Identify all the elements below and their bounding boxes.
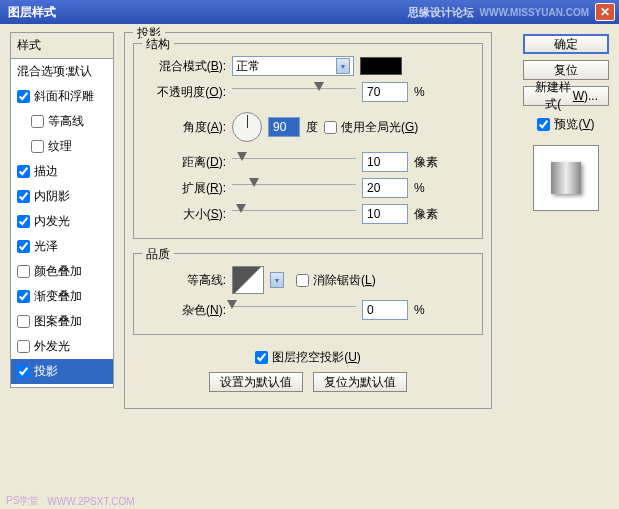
style-item-label: 混合选项:默认 — [17, 63, 92, 80]
preview-row[interactable]: 预览(V) — [523, 116, 609, 133]
global-light-checkbox[interactable] — [324, 121, 337, 134]
style-item-9[interactable]: 渐变叠加 — [11, 284, 113, 309]
style-checkbox[interactable] — [17, 165, 30, 178]
style-checkbox[interactable] — [17, 315, 30, 328]
style-checkbox[interactable] — [31, 115, 44, 128]
footer-watermark: PS学堂 WWW.2PSXT.COM — [0, 493, 619, 509]
angle-unit: 度 — [306, 119, 318, 136]
size-slider[interactable] — [232, 210, 356, 224]
style-item-12[interactable]: 投影 — [11, 359, 113, 384]
knockout-label: 图层挖空投影(U) — [272, 349, 361, 366]
footer-wm2: WWW.2PSXT.COM — [47, 496, 134, 507]
global-light-row[interactable]: 使用全局光(G) — [324, 119, 418, 136]
right-panel: 确定 复位 新建样式(W)... 预览(V) — [523, 34, 609, 211]
style-checkbox[interactable] — [17, 340, 30, 353]
knockout-checkbox[interactable] — [255, 351, 268, 364]
spread-unit: % — [414, 181, 425, 195]
style-item-11[interactable]: 外发光 — [11, 334, 113, 359]
size-label: 大小(S): — [142, 206, 226, 223]
style-item-0[interactable]: 混合选项:默认 — [11, 59, 113, 84]
cancel-button[interactable]: 复位 — [523, 60, 609, 80]
styles-panel: 样式 混合选项:默认斜面和浮雕等高线纹理描边内阴影内发光光泽颜色叠加渐变叠加图案… — [10, 32, 114, 388]
shadow-color-swatch[interactable] — [360, 57, 402, 75]
angle-dial[interactable] — [232, 112, 262, 142]
spread-input[interactable] — [362, 178, 408, 198]
style-checkbox[interactable] — [17, 290, 30, 303]
preview-thumbnail — [533, 145, 599, 211]
style-item-5[interactable]: 内阴影 — [11, 184, 113, 209]
structure-fieldset: 结构 混合模式(B): 正常 ▾ 不透明度(O): % 角度(A) — [133, 43, 483, 239]
title-bar: 图层样式 思缘设计论坛 WWW.MISSYUAN.COM ✕ — [0, 0, 619, 24]
noise-input[interactable] — [362, 300, 408, 320]
style-item-label: 图案叠加 — [34, 313, 82, 330]
style-item-label: 纹理 — [48, 138, 72, 155]
angle-label: 角度(A): — [142, 119, 226, 136]
close-icon: ✕ — [600, 5, 610, 19]
style-item-7[interactable]: 光泽 — [11, 234, 113, 259]
global-light-label: 使用全局光(G) — [341, 119, 418, 136]
opacity-input[interactable] — [362, 82, 408, 102]
preview-image — [551, 162, 581, 194]
distance-slider[interactable] — [232, 158, 356, 172]
close-button[interactable]: ✕ — [595, 3, 615, 21]
style-checkbox[interactable] — [17, 215, 30, 228]
style-item-label: 内发光 — [34, 213, 70, 230]
ok-button[interactable]: 确定 — [523, 34, 609, 54]
spread-label: 扩展(R): — [142, 180, 226, 197]
size-unit: 像素 — [414, 206, 438, 223]
style-checkbox[interactable] — [31, 140, 44, 153]
style-item-1[interactable]: 斜面和浮雕 — [11, 84, 113, 109]
restore-default-button[interactable]: 复位为默认值 — [313, 372, 407, 392]
style-item-4[interactable]: 描边 — [11, 159, 113, 184]
style-item-label: 渐变叠加 — [34, 288, 82, 305]
style-item-label: 光泽 — [34, 238, 58, 255]
set-default-button[interactable]: 设置为默认值 — [209, 372, 303, 392]
new-style-button[interactable]: 新建样式(W)... — [523, 86, 609, 106]
spread-slider[interactable] — [232, 184, 356, 198]
chevron-down-icon[interactable]: ▾ — [270, 272, 284, 288]
noise-label: 杂色(N): — [142, 302, 226, 319]
distance-input[interactable] — [362, 152, 408, 172]
window-title: 图层样式 — [4, 4, 408, 21]
style-item-label: 内阴影 — [34, 188, 70, 205]
style-item-label: 描边 — [34, 163, 58, 180]
blend-mode-value: 正常 — [236, 58, 260, 75]
drop-shadow-fieldset: 投影 结构 混合模式(B): 正常 ▾ 不透明度(O): % — [124, 32, 492, 409]
style-checkbox[interactable] — [17, 365, 30, 378]
style-item-label: 斜面和浮雕 — [34, 88, 94, 105]
opacity-label: 不透明度(O): — [142, 84, 226, 101]
knockout-row[interactable]: 图层挖空投影(U) — [255, 349, 361, 366]
style-item-2[interactable]: 等高线 — [11, 109, 113, 134]
antialias-row[interactable]: 消除锯齿(L) — [296, 272, 376, 289]
angle-input[interactable] — [268, 117, 300, 137]
style-item-6[interactable]: 内发光 — [11, 209, 113, 234]
contour-label: 等高线: — [142, 272, 226, 289]
style-checkbox[interactable] — [17, 240, 30, 253]
preview-checkbox[interactable] — [537, 118, 550, 131]
blend-mode-label: 混合模式(B): — [142, 58, 226, 75]
style-item-10[interactable]: 图案叠加 — [11, 309, 113, 334]
noise-slider[interactable] — [232, 306, 356, 320]
style-item-label: 外发光 — [34, 338, 70, 355]
antialias-label: 消除锯齿(L) — [313, 272, 376, 289]
footer-wm1: PS学堂 — [6, 494, 39, 508]
antialias-checkbox[interactable] — [296, 274, 309, 287]
contour-picker[interactable] — [232, 266, 264, 294]
style-item-label: 投影 — [34, 363, 58, 380]
style-item-8[interactable]: 颜色叠加 — [11, 259, 113, 284]
opacity-slider[interactable] — [232, 88, 356, 102]
style-checkbox[interactable] — [17, 265, 30, 278]
style-item-3[interactable]: 纹理 — [11, 134, 113, 159]
style-checkbox[interactable] — [17, 190, 30, 203]
watermark-text: 思缘设计论坛 — [408, 5, 474, 20]
chevron-down-icon: ▾ — [336, 58, 350, 74]
distance-unit: 像素 — [414, 154, 438, 171]
style-item-label: 等高线 — [48, 113, 84, 130]
style-checkbox[interactable] — [17, 90, 30, 103]
size-input[interactable] — [362, 204, 408, 224]
styles-list: 混合选项:默认斜面和浮雕等高线纹理描边内阴影内发光光泽颜色叠加渐变叠加图案叠加外… — [10, 58, 114, 388]
blend-mode-combo[interactable]: 正常 ▾ — [232, 56, 354, 76]
opacity-unit: % — [414, 85, 425, 99]
noise-unit: % — [414, 303, 425, 317]
quality-legend: 品质 — [142, 246, 174, 263]
